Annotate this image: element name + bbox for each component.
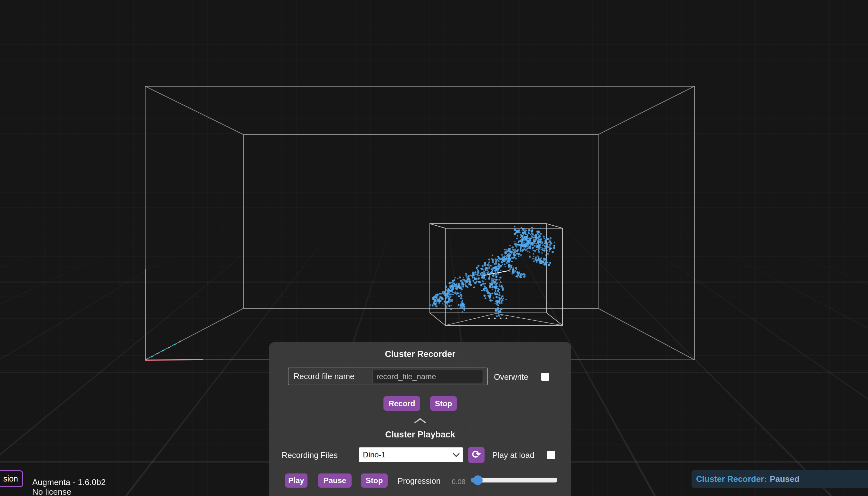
chevron-down-icon [453, 453, 460, 457]
record-file-name-label: Record file name [294, 372, 355, 381]
version-button-label: sion [3, 474, 18, 483]
record-file-name-input[interactable] [372, 370, 483, 383]
collapse-panel-button[interactable] [413, 417, 427, 425]
record-file-name-field: Record file name [288, 368, 488, 385]
panel-title: Cluster Recorder [269, 349, 571, 359]
axis-x-red [145, 359, 202, 360]
record-button[interactable]: Record [384, 396, 420, 411]
status-bar: Cluster Recorder: Paused [692, 470, 868, 488]
refresh-icon: ⟳ [472, 449, 481, 460]
chevron-up-icon [414, 418, 426, 423]
play-at-load-label: Play at load [492, 451, 534, 460]
stage-bounding-box [145, 86, 695, 360]
version-button[interactable]: sion [0, 470, 23, 487]
refresh-recordings-button[interactable]: ⟳ [468, 447, 484, 463]
status-value: Paused [770, 474, 800, 484]
overwrite-label: Overwrite [494, 372, 528, 382]
progression-slider-handle[interactable] [473, 476, 483, 485]
recording-files-select[interactable]: Dino-1 [359, 447, 463, 462]
status-label: Cluster Recorder: [696, 474, 767, 484]
cluster-recorder-panel: Cluster Recorder Record file name Overwr… [269, 342, 571, 496]
cluster-marker-dots [488, 317, 507, 319]
axis-gizmo [145, 270, 202, 360]
license-text: No license [32, 487, 71, 496]
play-button[interactable]: Play [285, 474, 308, 487]
pause-button[interactable]: Pause [318, 474, 352, 487]
play-at-load-checkbox[interactable] [547, 451, 555, 459]
augmenta-app-window: Cluster Recorder Record file name Overwr… [0, 0, 868, 496]
record-stop-button[interactable]: Stop [430, 396, 457, 411]
playback-stop-button[interactable]: Stop [361, 474, 388, 487]
progression-slider[interactable] [471, 478, 557, 482]
recording-files-label: Recording Files [282, 451, 338, 460]
playback-title: Cluster Playback [269, 430, 571, 440]
app-version-text: Augmenta - 1.6.0b2 [32, 477, 106, 487]
point-cloud [430, 226, 555, 317]
recording-files-selected-value: Dino-1 [363, 450, 386, 459]
progression-value: 0.08 [452, 478, 466, 486]
overwrite-checkbox[interactable] [541, 373, 549, 381]
progression-label: Progression [398, 476, 440, 486]
